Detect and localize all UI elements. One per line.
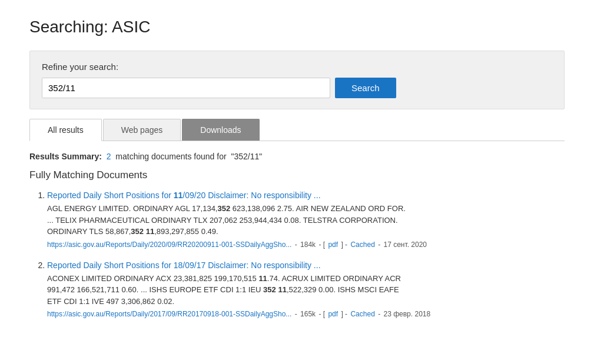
result-size-1: 184k <box>300 241 316 249</box>
result-cached-link-1[interactable]: Cached <box>350 241 374 249</box>
result-pdf-link-2[interactable]: pdf <box>328 310 338 318</box>
tab-all-results-label: All results <box>48 125 84 135</box>
result-url-2[interactable]: https://asic.gov.au/Reports/Daily/2017/0… <box>47 310 291 318</box>
result-cached-link-2[interactable]: Cached <box>350 310 374 318</box>
result-pdf-link-1[interactable]: pdf <box>328 241 338 249</box>
search-input[interactable] <box>42 78 330 98</box>
result-item-1: Reported Daily Short Positions for 11/09… <box>47 191 565 249</box>
tab-downloads[interactable]: Downloads <box>182 119 259 141</box>
tab-downloads-label: Downloads <box>200 125 241 135</box>
results-count-link[interactable]: 2 <box>107 152 111 161</box>
page-title: Searching: ASIC <box>29 18 565 36</box>
tab-all-results[interactable]: All results <box>29 119 102 141</box>
results-summary: Results Summary: 2 matching documents fo… <box>29 152 565 161</box>
result-title-1[interactable]: Reported Daily Short Positions for 11/09… <box>47 191 565 200</box>
results-summary-middle: matching documents found for <box>115 152 226 161</box>
result-size-2: 165k <box>300 310 316 318</box>
search-box: Refine your search: Search <box>29 51 565 109</box>
result-date-2: 23 февр. 2018 <box>384 310 431 318</box>
results-query: "352/11" <box>231 152 262 161</box>
result-meta-2: https://asic.gov.au/Reports/Daily/2017/0… <box>47 310 565 318</box>
result-url-1[interactable]: https://asic.gov.au/Reports/Daily/2020/0… <box>47 241 291 249</box>
result-item-2: Reported Daily Short Positions for 18/09… <box>47 261 565 319</box>
result-date-1: 17 сент. 2020 <box>384 241 427 249</box>
tab-web-pages[interactable]: Web pages <box>103 119 181 141</box>
search-button[interactable]: Search <box>335 78 396 98</box>
result-snippet-2: ACONEX LIMITED ORDINARY ACX 23,381,825 1… <box>47 273 565 308</box>
tab-web-pages-label: Web pages <box>121 125 163 135</box>
results-list: Reported Daily Short Positions for 11/09… <box>29 191 565 318</box>
tabs-bar: All results Web pages Downloads <box>29 119 565 141</box>
result-title-2[interactable]: Reported Daily Short Positions for 18/09… <box>47 261 565 270</box>
section-title: Fully Matching Documents <box>29 169 565 181</box>
result-meta-1: https://asic.gov.au/Reports/Daily/2020/0… <box>47 241 565 249</box>
search-row: Search <box>42 78 552 98</box>
result-snippet-1: AGL ENERGY LIMITED. ORDINARY AGL 17,134,… <box>47 203 565 238</box>
search-label: Refine your search: <box>42 62 552 72</box>
results-summary-label: Results Summary: <box>29 152 102 161</box>
divider <box>29 141 565 141</box>
